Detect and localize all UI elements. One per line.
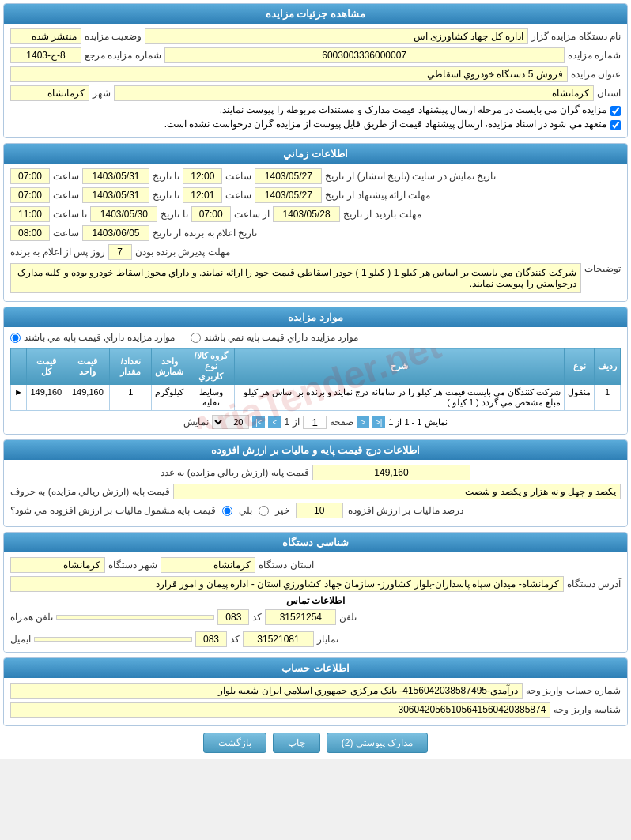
maliaat-yes-radio[interactable] bbox=[222, 506, 232, 516]
mavaed-header: موارد مزايده bbox=[4, 307, 627, 327]
hesab-shomare-value: درآمدي-4156042038587495- بانک مرکزي جمهو… bbox=[10, 683, 523, 699]
onvan-label: عنوان مزايده bbox=[571, 69, 621, 80]
button-row: مدارک پيوستي (2) چاپ بازگشت bbox=[3, 733, 628, 753]
desc-value: شرکت کنندگان مي بايست بر اساس هر کيلو 1 … bbox=[10, 263, 581, 293]
pagination-row: نمايش 1 - 1 از 1 |< < صفحه از 1 > >| 20 … bbox=[10, 415, 621, 429]
mohlat-suffix: روز پس از اعلام به برنده bbox=[10, 247, 105, 258]
radio1-input[interactable] bbox=[10, 333, 21, 343]
from-label-4: از تاريخ bbox=[153, 228, 181, 239]
email-label: ايميل bbox=[10, 634, 31, 645]
namayar-value: 31521081 bbox=[243, 631, 314, 647]
joziyat-section: مشاهده جزئيات مزايده نام دستگاه مزايده گ… bbox=[3, 3, 628, 138]
to-time-2: 07:00 bbox=[10, 187, 50, 203]
shahr-label: شهر bbox=[93, 88, 111, 99]
vaziat-label: وضعيت مزايده bbox=[85, 31, 142, 42]
shenasi-shahr-label: شهر دستگاه bbox=[108, 559, 157, 571]
madrak-button[interactable]: مدارک پيوستي (2) bbox=[327, 733, 428, 753]
email-value bbox=[34, 637, 192, 642]
cell-price-kol: 149,160 bbox=[26, 385, 66, 411]
mavaed-section: موارد مزايده موارد مزايده داراي قيمت پاي… bbox=[3, 307, 628, 435]
from-time-2: 12:01 bbox=[183, 187, 222, 203]
radio1-label: موارد مزايده داراي قيمت پايه مي باشند bbox=[24, 332, 175, 343]
arzesh-section: اطلاعات درج قيمت پايه و ماليات بر ارزش ا… bbox=[3, 439, 628, 527]
page-input[interactable] bbox=[303, 416, 327, 429]
cell-sharh: شرکت کنندگان مي بايست قيمت هر کيلو را در… bbox=[235, 385, 565, 411]
from-date-2: 1403/05/27 bbox=[255, 187, 322, 203]
col-price-kol: قيمت کل bbox=[26, 348, 66, 385]
mohlat-days: 7 bbox=[108, 244, 132, 260]
shomare-label: شماره مزايده bbox=[568, 50, 621, 61]
col-vahed: واحدشمارش bbox=[152, 348, 187, 385]
from-date-1: 1403/05/27 bbox=[255, 168, 322, 184]
show-label: نمايش bbox=[183, 416, 209, 428]
cell-group: وسايط نقليه bbox=[187, 385, 235, 411]
hamrah-label: تلفن همراه bbox=[10, 612, 53, 623]
check1-input[interactable] bbox=[610, 106, 621, 116]
ostan-label: استان bbox=[597, 88, 621, 99]
from-time-label-4: ساعت bbox=[53, 228, 79, 239]
time-row2-label: مهلت ارائه پيشنهاد bbox=[357, 190, 431, 201]
last-page-btn[interactable]: >| bbox=[252, 416, 265, 428]
radio2-input[interactable] bbox=[191, 333, 201, 343]
from-date-4: 1403/06/05 bbox=[82, 225, 149, 241]
tamas-title: اطلاعات تماس bbox=[10, 595, 621, 606]
col-action bbox=[11, 348, 27, 385]
from-time-1: 12:00 bbox=[183, 168, 222, 184]
to-time-label-3: تا ساعت bbox=[53, 209, 87, 220]
telefon-code: 083 bbox=[217, 609, 249, 625]
chap-button[interactable]: چاپ bbox=[273, 733, 320, 753]
zamani-header: اطلاعات زماني bbox=[4, 144, 627, 164]
cell-tedad: 1 bbox=[110, 385, 152, 411]
dastgah-value: اداره کل جهاد کشاورزی اس bbox=[145, 28, 528, 44]
bazgasht-button[interactable]: بازگشت bbox=[203, 733, 266, 753]
ostan-value: کرمانشاه bbox=[114, 85, 594, 101]
hesab-header: اطلاعات حساب bbox=[4, 658, 627, 678]
from-time-label-2: ساعت bbox=[225, 190, 251, 201]
cell-radif: 1 bbox=[595, 385, 621, 411]
to-date-3: 1403/05/30 bbox=[90, 206, 157, 222]
time-row4-label: تاريخ اعلام به برنده bbox=[184, 228, 257, 239]
next-page-btn[interactable]: > bbox=[268, 416, 281, 428]
namayar-label: نمايار bbox=[317, 634, 338, 645]
maliaat-no-radio[interactable] bbox=[259, 506, 269, 516]
maliaat-no-label: خير bbox=[275, 505, 289, 516]
mavaed-table: رديف نوع شرح گروه کالا/نوعکاربري واحدشما… bbox=[10, 348, 621, 411]
of-label: از bbox=[293, 416, 300, 428]
onvan-value: فروش 5 دستگاه خودروي اسقاطي bbox=[10, 66, 568, 82]
cell-price-vahed: 149,160 bbox=[66, 385, 110, 411]
from-date-3: 1403/05/28 bbox=[273, 206, 340, 222]
to-date-2: 1403/05/31 bbox=[82, 187, 149, 203]
shomare-marja-label: شماره مزايده مرجع bbox=[85, 50, 161, 61]
shenasi-address-label: آدرس دستگاه bbox=[567, 578, 621, 590]
time-row3-label: مهلت بازديد bbox=[375, 209, 421, 220]
per-page-select[interactable]: 20 50 100 bbox=[212, 415, 249, 429]
maliaat-yes-label: بلي bbox=[239, 505, 252, 516]
col-noe: نوع bbox=[565, 348, 595, 385]
page-label: صفحه bbox=[330, 416, 353, 428]
dastgah-label: نام دستگاه مزايده گزار bbox=[531, 31, 621, 42]
joziyat-header: مشاهده جزئيات مزايده bbox=[4, 4, 627, 24]
cell-noe: منقول bbox=[565, 385, 595, 411]
check2-input[interactable] bbox=[610, 120, 621, 130]
from-time-label-1: ساعت bbox=[225, 171, 251, 182]
col-group: گروه کالا/نوعکاربري bbox=[187, 348, 235, 385]
time-row5-label: مهلت پذيرش برنده بودن bbox=[135, 247, 230, 258]
time-row1-label: تاريخ نمايش در سايت (تاريخ انتشار) bbox=[357, 171, 497, 182]
to-label-1: تا تاريخ bbox=[153, 171, 179, 182]
prev-page-btn[interactable]: < bbox=[357, 416, 369, 428]
hamrah-value bbox=[56, 615, 214, 620]
cell-action[interactable]: ► bbox=[11, 385, 27, 411]
of-value: 1 bbox=[284, 416, 289, 428]
price-text-value: يکصد و چهل و نه هزار و يکصد و شصت bbox=[173, 484, 621, 499]
percent-label: درصد ماليات بر ارزش افزوده bbox=[348, 505, 463, 516]
to-time-label-1: ساعت bbox=[53, 171, 79, 182]
shenasi-section: شناسي دستگاه استان دستگاه کرمانشاه شهر د… bbox=[3, 532, 628, 653]
first-page-btn[interactable]: |< bbox=[372, 416, 385, 428]
telefon-value: 31521254 bbox=[265, 609, 336, 625]
col-tedad: تعداد/مقدار bbox=[110, 348, 152, 385]
telefon-label: تلفن bbox=[339, 612, 357, 623]
shenasi-header: شناسي دستگاه bbox=[4, 533, 627, 552]
price-value: 149,160 bbox=[312, 465, 470, 480]
shenasi-shahr-value: کرمانشاه bbox=[10, 557, 105, 573]
table-row: 1 منقول شرکت کنندگان مي بايست قيمت هر کي… bbox=[11, 385, 621, 411]
